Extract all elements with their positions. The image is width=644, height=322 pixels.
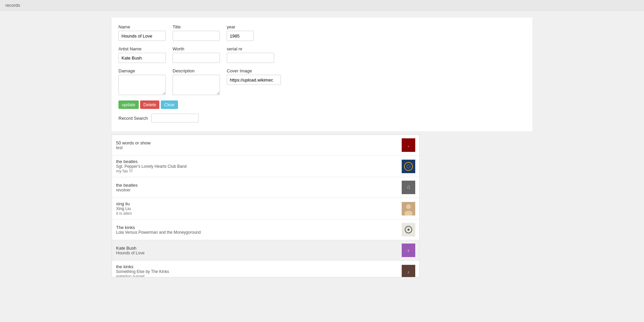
record-note: my fav !!!	[116, 169, 402, 174]
list-item[interactable]: The kinksLola Versus Powerman and the Mo…	[112, 220, 419, 240]
record-artist: the beatles	[116, 183, 402, 188]
worth-label: Worth	[173, 46, 220, 51]
serial-input[interactable]	[227, 53, 274, 63]
record-list: 50 words or showtest▪the beatlesSgt. Pep…	[112, 135, 420, 277]
damage-label: Damage	[118, 68, 166, 73]
record-title: test	[116, 145, 402, 150]
damage-input[interactable]	[118, 75, 166, 95]
year-input[interactable]	[227, 31, 254, 41]
list-item[interactable]: xing liuXing Liuit is alien	[112, 198, 419, 220]
record-artist: Kate Bush	[116, 246, 402, 251]
svg-point-12	[407, 229, 409, 231]
title-label: Title	[173, 24, 220, 29]
search-label: Record Search	[118, 116, 148, 121]
svg-text:♪: ♪	[407, 269, 410, 275]
cover-input[interactable]	[227, 75, 281, 85]
record-thumbnail: ♪	[402, 265, 415, 277]
record-title: revolver	[116, 188, 402, 192]
title-input[interactable]	[173, 31, 220, 41]
cover-label: Cover Image	[227, 68, 281, 73]
record-artist: The kinks	[116, 225, 402, 230]
search-input[interactable]	[151, 114, 199, 122]
record-note: waterloo sunset	[116, 274, 402, 277]
record-artist: xing liu	[116, 201, 402, 206]
name-input[interactable]	[118, 31, 166, 41]
record-title: Sgt. Pepper's Lonely Hearts Club Band	[116, 164, 402, 169]
record-thumbnail: ♀	[402, 244, 415, 257]
artist-input[interactable]	[118, 53, 166, 63]
year-label: year	[227, 24, 254, 29]
record-scroll[interactable]: 50 words or showtest▪the beatlesSgt. Pep…	[112, 135, 419, 277]
record-artist: the beatles	[116, 159, 402, 164]
description-label: Description	[173, 68, 220, 73]
record-thumbnail	[402, 202, 415, 215]
svg-point-8	[406, 204, 411, 209]
svg-text:♫: ♫	[406, 184, 410, 190]
update-button[interactable]: update	[118, 100, 139, 109]
description-input[interactable]	[173, 75, 220, 95]
record-artist: 50 words or show	[116, 140, 402, 145]
app-title: records	[5, 3, 20, 8]
list-item[interactable]: Kate BushHounds of Love♀	[112, 240, 419, 261]
record-title: Something Else by The Kinks	[116, 269, 402, 274]
list-item[interactable]: 50 words or showtest▪	[112, 135, 419, 156]
record-thumbnail: ▪	[402, 138, 415, 152]
serial-label: serial nr	[227, 46, 274, 51]
svg-text:♀: ♀	[407, 248, 410, 253]
list-item[interactable]: the beatlesrevolver♫	[112, 177, 419, 198]
record-thumbnail	[402, 223, 415, 236]
worth-input[interactable]	[173, 53, 220, 63]
record-note: it is alien	[116, 211, 402, 216]
list-item[interactable]: the beatlesSgt. Pepper's Lonely Hearts C…	[112, 156, 419, 177]
clear-button[interactable]: Clear	[161, 100, 178, 109]
svg-rect-2	[402, 160, 415, 173]
list-item[interactable]: the kinksSomething Else by The Kinkswate…	[112, 261, 419, 277]
name-label: Name	[118, 24, 166, 29]
artist-label: Artist Name	[118, 46, 166, 51]
record-title: Hounds of Love	[116, 251, 402, 255]
delete-button[interactable]: Delete	[140, 100, 160, 109]
record-artist: the kinks	[116, 264, 402, 269]
record-title: Xing Liu	[116, 206, 402, 211]
record-title: Lola Versus Powerman and the Moneygoroun…	[116, 230, 402, 235]
record-thumbnail: ♫	[402, 181, 415, 194]
record-thumbnail	[402, 160, 415, 173]
svg-text:▪: ▪	[408, 145, 409, 148]
